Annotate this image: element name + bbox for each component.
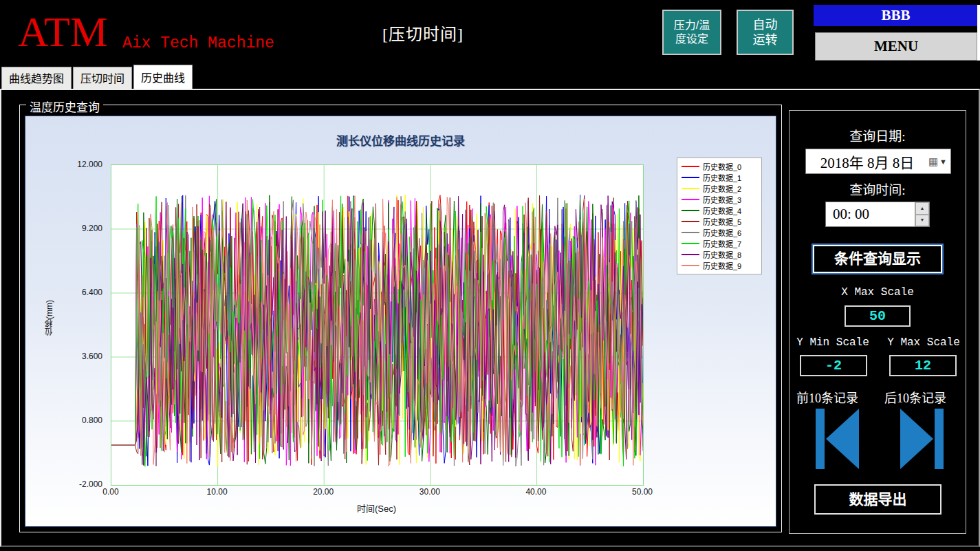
menu-button[interactable]: MENU <box>815 32 977 61</box>
legend-swatch <box>682 232 699 233</box>
x-axis-ticks: 0.0010.0020.0030.0040.0050.00 <box>111 487 644 498</box>
legend-label: 历史数据_5 <box>703 216 741 227</box>
y-axis-ticks: 12.0009.2006.4003.6000.800-2.000 <box>25 164 107 484</box>
spinner-down-button[interactable]: ▼ <box>915 215 929 227</box>
legend-label: 历史数据_2 <box>703 183 741 194</box>
chart-legend: 历史数据_0历史数据_1历史数据_2历史数据_3历史数据_4历史数据_5历史数据… <box>677 158 762 274</box>
x-tick-label: 20.00 <box>313 487 334 497</box>
legend-label: 历史数据_4 <box>703 205 741 216</box>
chevron-down-icon: ▼ <box>939 158 947 166</box>
status-banner: BBB <box>814 5 978 26</box>
legend-swatch <box>682 199 699 200</box>
legend-swatch <box>682 254 699 255</box>
data-export-button[interactable]: 数据导出 <box>814 484 941 515</box>
y-tick-label: 0.800 <box>27 415 102 425</box>
hmi-screen: ATM Aix Tech Machine [压切时间] 压力/温 度设定 自动 … <box>0 0 980 551</box>
conditional-query-button[interactable]: 条件查询显示 <box>813 245 942 273</box>
tab-2[interactable]: 压切时间 <box>73 67 132 89</box>
legend-item: 历史数据_5 <box>682 216 761 227</box>
history-chart: 测长仪位移曲线历史记录 12.0009.2006.4003.6000.800-2… <box>25 116 776 527</box>
y-min-scale-label: Y Min Scale <box>791 336 875 349</box>
x-tick-label: 0.00 <box>102 487 118 497</box>
x-tick-label: 10.00 <box>207 487 228 497</box>
next-records-button[interactable] <box>900 409 944 469</box>
pressure-temp-setting-label-line1: 压力/温 <box>664 19 720 32</box>
legend-item: 历史数据_3 <box>682 194 761 205</box>
legend-swatch <box>682 166 699 167</box>
legend-swatch <box>682 210 699 211</box>
query-time-label: 查询时间: <box>790 180 966 198</box>
query-date-picker[interactable]: 2018年 8月 8日 ▦ ▼ <box>805 149 951 174</box>
legend-swatch <box>682 177 699 178</box>
legend-item: 历史数据_9 <box>682 260 761 271</box>
query-date-label: 查询日期: <box>790 126 966 144</box>
y-tick-label: 6.400 <box>27 288 102 297</box>
time-spinner: ▲ ▼ <box>915 202 929 226</box>
chart-title: 测长仪位移曲线历史记录 <box>25 131 776 149</box>
tab-3[interactable]: 历史曲线 <box>133 65 193 89</box>
legend-item: 历史数据_6 <box>682 227 761 238</box>
query-time-value: 00: 00 <box>826 206 915 223</box>
next-records-label: 后10条记录 <box>884 388 946 406</box>
prev-records-button[interactable] <box>816 409 859 469</box>
tab-1[interactable]: 曲线趋势图 <box>1 67 72 89</box>
y-tick-label: 12.000 <box>27 160 102 169</box>
prev-records-label: 前10条记录 <box>796 388 858 406</box>
pressure-temp-setting-label-line2: 度设定 <box>664 32 720 46</box>
spinner-up-button[interactable]: ▲ <box>915 202 929 215</box>
skip-back-icon <box>816 409 825 469</box>
y-max-scale-input[interactable]: 12 <box>889 355 957 376</box>
legend-label: 历史数据_3 <box>703 194 741 205</box>
y-tick-label: -2.000 <box>27 479 102 489</box>
query-date-value: 2018年 8月 8日 <box>806 151 928 172</box>
legend-label: 历史数据_9 <box>703 260 741 271</box>
y-tick-label: 9.200 <box>27 224 102 233</box>
app-logo-subtitle: Aix Tech Machine <box>122 34 274 52</box>
legend-item: 历史数据_7 <box>682 238 761 249</box>
x-tick-label: 40.00 <box>525 487 546 497</box>
legend-label: 历史数据_1 <box>703 172 741 183</box>
chart-series-canvas <box>111 165 643 485</box>
skip-back-triangle-icon <box>826 409 859 469</box>
x-axis-title: 时间(Sec) <box>111 501 642 515</box>
legend-label: 历史数据_6 <box>703 227 741 238</box>
legend-item: 历史数据_4 <box>682 205 761 216</box>
y-max-scale-label: Y Max Scale <box>882 336 966 349</box>
legend-swatch <box>682 243 699 244</box>
history-query-groupbox-title: 温度历史查询 <box>26 98 103 115</box>
app-logo: ATM <box>18 0 108 63</box>
x-max-scale-label: X Max Scale <box>790 286 966 299</box>
x-tick-label: 30.00 <box>420 487 440 497</box>
skip-forward-icon <box>935 409 944 469</box>
x-max-scale-input[interactable]: 50 <box>845 305 911 327</box>
query-panel: 查询日期: 2018年 8月 8日 ▦ ▼ 查询时间: 00: 00 ▲ ▼ 条… <box>789 110 966 534</box>
auto-run-label-line1: 自动 <box>738 17 792 33</box>
legend-swatch <box>682 221 699 222</box>
y-min-scale-input[interactable]: -2 <box>800 355 867 376</box>
query-time-input[interactable]: 00: 00 ▲ ▼ <box>825 202 930 227</box>
legend-swatch <box>682 188 699 189</box>
header-right-edge <box>977 5 980 61</box>
legend-label: 历史数据_0 <box>703 161 741 172</box>
legend-item: 历史数据_1 <box>682 172 761 183</box>
pressure-temp-setting-button[interactable]: 压力/温 度设定 <box>662 10 721 55</box>
y-tick-label: 3.600 <box>27 352 102 361</box>
auto-run-label-line2: 运转 <box>738 32 792 48</box>
legend-swatch <box>682 265 699 266</box>
legend-label: 历史数据_7 <box>703 238 741 249</box>
legend-item: 历史数据_8 <box>682 249 761 260</box>
y-axis-title: 位移(mm) <box>43 300 55 336</box>
tab-bar: 曲线趋势图压切时间历史曲线 <box>1 69 193 89</box>
legend-label: 历史数据_8 <box>703 249 741 260</box>
skip-forward-triangle-icon <box>900 409 933 469</box>
calendar-icon: ▦ <box>928 155 938 168</box>
page-title: [压切时间] <box>323 21 523 45</box>
chart-plot-area <box>111 164 644 486</box>
legend-item: 历史数据_2 <box>682 183 761 194</box>
auto-run-button[interactable]: 自动 运转 <box>737 10 794 55</box>
legend-item: 历史数据_0 <box>682 161 761 172</box>
x-tick-label: 50.00 <box>632 487 653 497</box>
